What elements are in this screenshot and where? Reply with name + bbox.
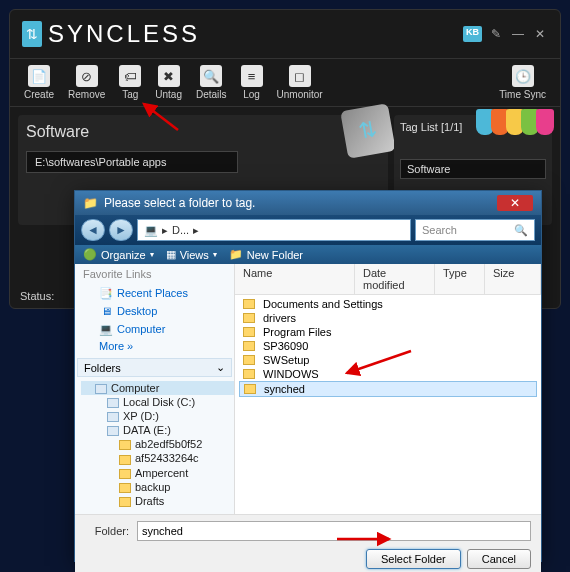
folders-header[interactable]: Folders⌄ — [77, 358, 232, 377]
file-pane: Name Date modified Type Size Documents a… — [235, 264, 541, 514]
cancel-button[interactable]: Cancel — [467, 549, 531, 569]
list-item[interactable]: Documents and Settings — [239, 297, 537, 311]
taglist-item[interactable]: Software — [400, 159, 546, 179]
minimize-icon[interactable]: — — [510, 26, 526, 42]
kb-badge[interactable]: KB — [463, 26, 482, 42]
log-button[interactable]: ≡Log — [235, 63, 269, 102]
more-link[interactable]: More » — [75, 338, 234, 354]
details-button[interactable]: 🔍Details — [190, 63, 233, 102]
search-input[interactable]: Search🔍 — [415, 219, 535, 241]
views-menu[interactable]: ▦ Views — [166, 248, 217, 261]
app-name: SYNCLESS — [48, 20, 200, 48]
tree-item[interactable]: DATA (E:) — [81, 423, 234, 437]
sync-icon: ⇅ — [340, 103, 396, 159]
list-item[interactable]: WINDOWS — [239, 367, 537, 381]
untag-button[interactable]: ✖Untag — [149, 63, 188, 102]
list-item[interactable]: Program Files — [239, 325, 537, 339]
dialog-title: Please select a folder to tag. — [104, 196, 255, 210]
col-name[interactable]: Name — [235, 264, 355, 294]
settings-icon[interactable]: ✎ — [488, 26, 504, 42]
fav-desktop[interactable]: 🖥Desktop — [75, 302, 234, 320]
tree-computer[interactable]: Computer — [81, 381, 234, 395]
col-size[interactable]: Size — [485, 264, 541, 294]
chevron-down-icon: ⌄ — [216, 361, 225, 374]
tree-item[interactable]: XP (D:) — [81, 409, 234, 423]
list-item[interactable]: drivers — [239, 311, 537, 325]
tree-item[interactable]: ab2edf5b0f52 — [81, 437, 234, 451]
timesync-button[interactable]: 🕒Time Sync — [493, 63, 552, 102]
folder-field-label: Folder: — [85, 525, 129, 537]
select-folder-button[interactable]: Select Folder — [366, 549, 461, 569]
file-list: Documents and Settings drivers Program F… — [235, 295, 541, 399]
close-icon[interactable]: ✕ — [532, 26, 548, 42]
tree-item[interactable]: Local Disk (C:) — [81, 395, 234, 409]
list-item[interactable]: SP36090 — [239, 339, 537, 353]
fav-computer[interactable]: 💻Computer — [75, 320, 234, 338]
favorites-heading: Favorite Links — [75, 264, 234, 284]
column-headers[interactable]: Name Date modified Type Size — [235, 264, 541, 295]
organize-menu[interactable]: 🟢 Organize — [83, 248, 154, 261]
remove-button[interactable]: ⊘Remove — [62, 63, 111, 102]
folder-icon: 📁 — [83, 196, 98, 210]
unmonitor-button[interactable]: ◻Unmonitor — [271, 63, 329, 102]
dialog-close-button[interactable]: ✕ — [497, 195, 533, 211]
folder-tree: Computer Local Disk (C:) XP (D:) DATA (E… — [75, 381, 234, 508]
titlebar: ⇅ SYNCLESS KB ✎ — ✕ — [10, 10, 560, 58]
list-item[interactable]: SWSetup — [239, 353, 537, 367]
dialog-titlebar: 📁 Please select a folder to tag. ✕ — [75, 191, 541, 215]
panel-title: Software — [26, 123, 380, 141]
path-box[interactable]: E:\softwares\Portable apps — [26, 151, 238, 173]
address-input[interactable]: 💻▸D...▸ — [137, 219, 411, 241]
status-label: Status: — [20, 290, 54, 302]
decor-tags-icon — [479, 109, 554, 135]
col-date[interactable]: Date modified — [355, 264, 435, 294]
list-item-selected[interactable]: synched — [239, 381, 537, 397]
fav-recent[interactable]: 📑Recent Places — [75, 284, 234, 302]
folder-dialog: 📁 Please select a folder to tag. ✕ ◄ ► 💻… — [74, 190, 542, 562]
tree-item[interactable]: Ampercent — [81, 466, 234, 480]
back-button[interactable]: ◄ — [81, 219, 105, 241]
newfolder-button[interactable]: 📁 New Folder — [229, 248, 307, 261]
dialog-toolbar: 🟢 Organize ▦ Views 📁 New Folder — [75, 245, 541, 264]
tag-button[interactable]: 🏷Tag — [113, 63, 147, 102]
address-bar: ◄ ► 💻▸D...▸ Search🔍 — [75, 215, 541, 245]
create-button[interactable]: 📄Create — [18, 63, 60, 102]
nav-pane: Favorite Links 📑Recent Places 🖥Desktop 💻… — [75, 264, 235, 514]
tree-item[interactable]: Drafts — [81, 494, 234, 508]
tree-item[interactable]: af52433264c — [81, 451, 234, 465]
folder-input[interactable] — [137, 521, 531, 541]
dialog-footer: Folder: Select Folder Cancel — [75, 514, 541, 572]
col-type[interactable]: Type — [435, 264, 485, 294]
forward-button[interactable]: ► — [109, 219, 133, 241]
logo-icon: ⇅ — [22, 21, 42, 47]
tree-item[interactable]: backup — [81, 480, 234, 494]
toolbar: 📄Create ⊘Remove 🏷Tag ✖Untag 🔍Details ≡Lo… — [10, 58, 560, 107]
